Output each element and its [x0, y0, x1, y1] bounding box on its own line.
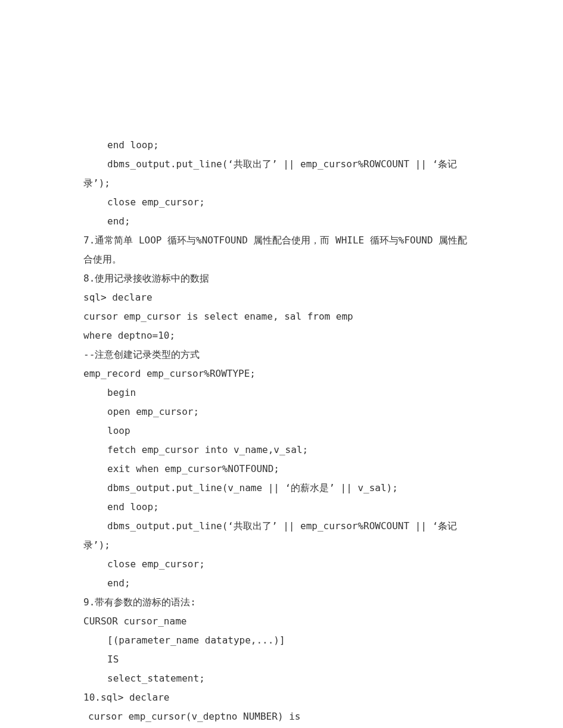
- code-line: end;: [83, 574, 480, 593]
- code-line: 合使用。: [83, 250, 480, 269]
- code-line: open emp_cursor;: [83, 402, 480, 421]
- code-line: dbms_output.put_line(v_name || ‘的薪水是’ ||…: [83, 479, 480, 498]
- code-line: close emp_cursor;: [83, 193, 480, 212]
- code-line: begin: [83, 383, 480, 402]
- code-line: cursor emp_cursor is select ename, sal f…: [83, 307, 480, 326]
- code-line: [(parameter_name datatype,...)]: [83, 631, 480, 650]
- code-line: 录’);: [83, 174, 480, 193]
- code-line: sql> declare: [83, 288, 480, 307]
- code-line: 录’);: [83, 536, 480, 555]
- code-line: --注意创建记录类型的方式: [83, 345, 480, 364]
- code-line: end loop;: [83, 136, 480, 155]
- code-line: CURSOR cursor_name: [83, 612, 480, 631]
- code-line: dbms_output.put_line(‘共取出了’ || emp_curso…: [83, 517, 480, 536]
- code-line: cursor emp_cursor(v_deptno NUMBER) is: [83, 707, 480, 726]
- code-line: fetch emp_cursor into v_name,v_sal;: [83, 440, 480, 460]
- code-line: IS: [83, 650, 480, 669]
- code-line: 9.带有参数的游标的语法:: [83, 593, 480, 612]
- code-line: where deptno=10;: [83, 326, 480, 345]
- code-line: 7.通常简单 LOOP 循环与%NOTFOUND 属性配合使用，而 WHILE …: [83, 231, 480, 250]
- code-line: exit when emp_cursor%NOTFOUND;: [83, 460, 480, 479]
- code-line: end loop;: [83, 498, 480, 517]
- code-line: end;: [83, 212, 480, 231]
- code-line: 8.使用记录接收游标中的数据: [83, 269, 480, 288]
- code-line: 10.sql> declare: [83, 688, 480, 707]
- code-line: dbms_output.put_line(‘共取出了’ || emp_curso…: [83, 155, 480, 174]
- code-line: emp_record emp_cursor%ROWTYPE;: [83, 364, 480, 383]
- code-line: loop: [83, 421, 480, 440]
- code-line: close emp_cursor;: [83, 555, 480, 574]
- document-body: end loop;dbms_output.put_line(‘共取出了’ || …: [83, 136, 480, 728]
- code-line: select_statement;: [83, 669, 480, 688]
